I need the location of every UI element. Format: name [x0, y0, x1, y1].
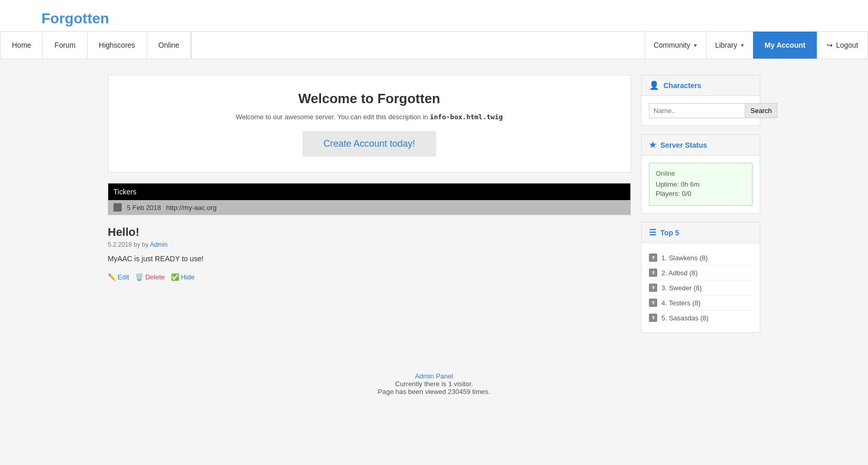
visitor-count: Currently there is 1 visitor.: [395, 380, 473, 388]
community-label: Community: [654, 41, 690, 49]
top5-name-0[interactable]: 1. Slawkens (8): [661, 254, 708, 262]
nav-home[interactable]: Home: [1, 32, 43, 59]
ticker-row: 5 Feb 2018 http://my-aac.org: [108, 200, 630, 215]
navbar-left: Home Forum Highscores Online: [1, 32, 192, 59]
server-status-body: Online Uptime: 0h 6m Players: 0/0: [642, 156, 760, 213]
myaccount-button[interactable]: My Account: [753, 32, 817, 59]
list-icon: ☰: [649, 228, 656, 237]
nav-community[interactable]: Community ▼: [645, 32, 706, 59]
character-search-button[interactable]: Search: [745, 103, 777, 118]
server-status-header: ★ Server Status: [642, 135, 760, 156]
delete-label: Delete: [145, 273, 165, 281]
top5-char-icon-0: 🗡: [649, 253, 657, 262]
top5-widget: ☰ Top 5 🗡 1. Slawkens (8) 🗡 2. Adbsd (8)…: [641, 222, 760, 333]
top5-body: 🗡 1. Slawkens (8) 🗡 2. Adbsd (8) 🗡 3. Sw…: [642, 243, 760, 332]
top5-name-2[interactable]: 3. Sweder (8): [661, 284, 702, 292]
logout-label: Logout: [836, 41, 858, 49]
page-views: Page has been viewed 230459 times.: [378, 388, 490, 396]
welcome-box: Welcome to Forgotten Welcome to our awes…: [108, 75, 631, 173]
community-arrow-icon: ▼: [693, 43, 698, 48]
news-content: MyAAC is just READY to use!: [108, 255, 631, 263]
top5-name-4[interactable]: 5. Sasasdas (8): [661, 314, 708, 322]
edit-link[interactable]: ✏️ Edit: [108, 273, 129, 281]
hide-icon: ✅: [171, 273, 179, 281]
nav-highscores[interactable]: Highscores: [88, 32, 147, 59]
top5-name-3[interactable]: 4. Testers (8): [661, 299, 701, 307]
characters-widget: 👤 Characters Search: [641, 75, 760, 126]
top5-char-icon-1: 🗡: [649, 269, 657, 277]
navbar: Home Forum Highscores Online Community ▼…: [0, 31, 868, 59]
news-actions: ✏️ Edit 🗑️ Delete ✅ Hide: [108, 273, 631, 281]
site-title: Forgotten: [10, 5, 858, 31]
ticker-date: 5 Feb 2018: [127, 204, 161, 212]
library-label: Library: [715, 41, 737, 49]
top5-item: 🗡 1. Slawkens (8): [649, 250, 753, 265]
sidebar: 👤 Characters Search ★ Server Status Onli…: [641, 75, 760, 341]
welcome-title: Welcome to Forgotten: [119, 91, 620, 107]
top5-item: 🗡 5. Sasasdas (8): [649, 311, 753, 325]
ticker-link[interactable]: http://my-aac.org: [166, 204, 217, 212]
top5-item: 🗡 2. Adbsd (8): [649, 265, 753, 280]
top5-item: 🗡 4. Testers (8): [649, 295, 753, 311]
hide-label: Hide: [181, 273, 195, 281]
nav-forum[interactable]: Forum: [43, 32, 87, 59]
top5-char-icon-4: 🗡: [649, 314, 657, 322]
footer: Admin Panel Currently there is 1 visitor…: [0, 357, 868, 411]
top5-header: ☰ Top 5: [642, 222, 760, 243]
welcome-desc-code: info-box.html.twig: [430, 113, 503, 121]
top5-name-1[interactable]: 2. Adbsd (8): [661, 269, 698, 277]
welcome-desc: Welcome to our awesome server. You can e…: [119, 113, 620, 121]
hide-link[interactable]: ✅ Hide: [171, 273, 195, 281]
navbar-right: Community ▼ Library ▼ My Account ↪ Logou…: [645, 32, 867, 59]
character-search-input[interactable]: [649, 103, 745, 118]
status-online: Online: [656, 170, 746, 177]
characters-widget-body: Search: [642, 96, 760, 125]
tickers-box: Tickers 5 Feb 2018 http://my-aac.org: [108, 183, 631, 215]
edit-label: Edit: [118, 273, 129, 281]
news-date-by: 5.2.2018 by by: [108, 241, 149, 248]
characters-widget-header: 👤 Characters: [642, 75, 760, 96]
star-icon: ★: [649, 140, 656, 150]
nav-library[interactable]: Library ▼: [706, 32, 754, 59]
header: Forgotten: [0, 0, 868, 31]
characters-title: Characters: [663, 81, 701, 90]
edit-icon: ✏️: [108, 273, 116, 281]
top5-char-icon-2: 🗡: [649, 284, 657, 292]
nav-online[interactable]: Online: [147, 32, 191, 59]
news-post: Hello! 5.2.2018 by by Admin MyAAC is jus…: [108, 226, 631, 281]
server-status-widget: ★ Server Status Online Uptime: 0h 6m Pla…: [641, 134, 760, 214]
status-uptime: Uptime: 0h 6m: [656, 180, 746, 188]
status-box: Online Uptime: 0h 6m Players: 0/0: [649, 163, 753, 206]
create-account-button[interactable]: Create Account today!: [302, 131, 436, 157]
news-meta: 5.2.2018 by by Admin: [108, 241, 631, 248]
ticker-icon: [113, 203, 122, 212]
delete-icon: 🗑️: [135, 273, 143, 281]
top5-list: 🗡 1. Slawkens (8) 🗡 2. Adbsd (8) 🗡 3. Sw…: [649, 250, 753, 325]
welcome-desc-text: Welcome to our awesome server. You can e…: [236, 113, 428, 121]
news-title: Hello!: [108, 226, 631, 239]
person-icon: 👤: [649, 80, 659, 90]
main-container: Welcome to Forgotten Welcome to our awes…: [97, 75, 771, 341]
logout-icon: ↪: [827, 41, 833, 49]
char-search-form: Search: [649, 103, 753, 118]
top5-item: 🗡 3. Sweder (8): [649, 280, 753, 295]
content: Welcome to Forgotten Welcome to our awes…: [108, 75, 631, 341]
library-arrow-icon: ▼: [740, 43, 745, 48]
news-author-link[interactable]: Admin: [150, 241, 167, 248]
logout-button[interactable]: ↪ Logout: [817, 32, 867, 59]
delete-link[interactable]: 🗑️ Delete: [135, 273, 165, 281]
top5-title: Top 5: [660, 229, 679, 237]
tickers-header: Tickers: [108, 184, 630, 200]
top5-char-icon-3: 🗡: [649, 299, 657, 307]
admin-panel-link[interactable]: Admin Panel: [415, 372, 453, 380]
server-status-title: Server Status: [660, 141, 707, 149]
status-players: Players: 0/0: [656, 190, 746, 198]
navbar-spacer: [191, 32, 192, 59]
